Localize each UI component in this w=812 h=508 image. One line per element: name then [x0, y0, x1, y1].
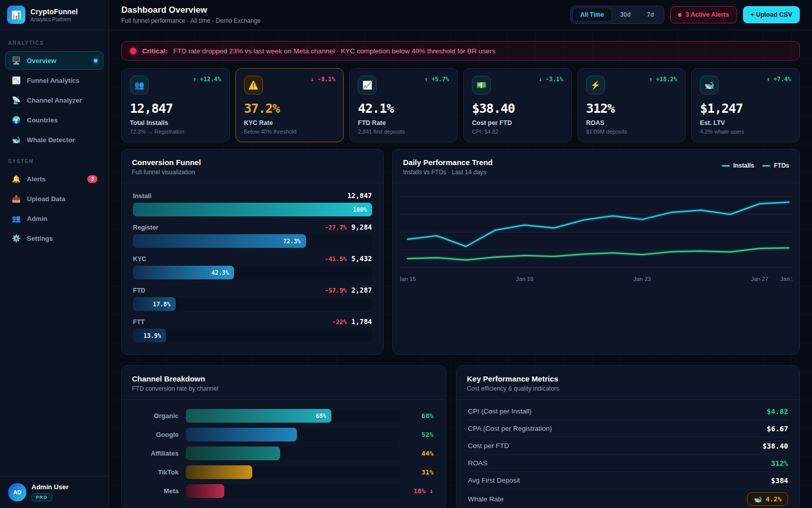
sidebar-item-funnel-analytics[interactable]: 📉Funnel Analytics: [5, 71, 104, 89]
funnel-stage-drop: -22%: [332, 319, 347, 326]
funnel-stage-row: KYC-41.5%5,43242.3%: [133, 255, 372, 279]
whale-rate-pill: 🐋4.2%: [747, 492, 788, 506]
funnel-bar: 17.8%: [133, 297, 176, 311]
warning-icon: ⚠️: [244, 76, 263, 94]
active-alerts-button[interactable]: 3 Active Alerts: [670, 6, 737, 23]
sidebar-item-whale-detector[interactable]: 🐋Whale Detector: [5, 131, 104, 149]
funnel-stage-row: FTD-57.9%2,28717.8%: [133, 286, 372, 311]
plan-badge: PRO: [31, 493, 52, 501]
channel-label: Organic: [134, 412, 179, 420]
alerts-count-badge: 3: [87, 175, 97, 183]
metric-label: Avg First Deposit: [468, 477, 520, 484]
funnel-stage-row: FTT-22%1,78413.9%: [133, 318, 372, 342]
legend-label: FTDs: [774, 162, 789, 169]
sidebar-item-channel-analyzer[interactable]: 📡Channel Analyzer: [5, 91, 104, 109]
channel-bar: [186, 484, 224, 498]
sidebar-item-label: Upload Data: [27, 195, 65, 203]
alert-dot-icon: [678, 13, 682, 17]
channels-chart: Organic68%68%Google52%Affiliates44%TikTo…: [122, 400, 446, 508]
funnel-bar-track: 17.8%: [133, 297, 372, 311]
user-profile[interactable]: AD Admin User PRO: [0, 476, 109, 508]
channel-label: TikTok: [134, 468, 179, 476]
channel-bar: [186, 428, 297, 441]
users-icon: 👥: [130, 76, 149, 94]
metric-value: 4.2%: [766, 495, 782, 503]
sidebar-item-overview[interactable]: 🖥️Overview: [5, 51, 104, 70]
funnel-title: Conversion Funnel: [132, 158, 201, 167]
users-icon: 👥: [11, 214, 21, 223]
funnel-bar-track: 72.3%: [133, 234, 372, 248]
metric-row-avg-first-deposit: Avg First Deposit$384: [468, 472, 788, 489]
kpi-card-cost-per-ftd[interactable]: 💵↓ -3.1%$38.40Cost per FTDCPI: $4.82: [463, 68, 572, 142]
time-filter-30d[interactable]: 30d: [612, 8, 639, 22]
metric-value: $6.67: [767, 425, 788, 433]
funnel-stage-header: FTT-22%1,784: [133, 318, 372, 326]
funnel-stage-row: Register-27.7%9,28472.3%: [133, 223, 372, 248]
channel-row-organic: Organic68%68%: [134, 409, 433, 423]
sidebar-item-label: Channel Analyzer: [27, 97, 82, 104]
sidebar-item-alerts[interactable]: 🔔Alerts3: [5, 170, 104, 188]
funnel-stage-header: Install12,847: [133, 192, 372, 200]
sidebar-item-label: Overview: [27, 57, 56, 65]
kpi-card-roas[interactable]: ⚡↑ +18.2%312%ROAS$1.09M deposits: [578, 68, 686, 142]
kpi-card-ftd-rate[interactable]: 📈↑ +5.7%42.1%FTD Rate2,841 first deposit…: [349, 68, 458, 142]
trend-subtitle: Installs vs FTDs · Last 14 days: [403, 169, 493, 176]
funnel-bar: 72.3%: [133, 234, 306, 248]
kpi-card-top: ⚡↑ +18.2%: [586, 76, 678, 94]
time-filter-7d[interactable]: 7d: [639, 8, 662, 22]
upload-csv-button[interactable]: + Upload CSV: [743, 6, 800, 23]
metric-label: Whale Rate: [468, 495, 504, 503]
whale-icon: 🐋: [700, 76, 719, 94]
funnel-bar: 100%: [133, 203, 372, 216]
banner-label: Critical:: [142, 47, 167, 55]
x-tick-label: Jan 23: [633, 276, 651, 282]
kpi-label: Total Installs: [130, 119, 221, 126]
dashboard-content: Critical: FTD rate dropped 23% vs last w…: [109, 30, 812, 508]
critical-alert-banner[interactable]: Critical: FTD rate dropped 23% vs last w…: [121, 41, 800, 60]
satellite-icon: 📡: [11, 96, 21, 104]
channel-value: 44%: [407, 450, 433, 457]
kpi-card-top: 🐋↑ +7.4%: [700, 76, 791, 94]
metric-label: Cost per FTD: [468, 442, 509, 450]
metric-row-cpi-cost-per-install-: CPI (Cost per Install)$4.82: [468, 403, 788, 420]
sidebar-item-upload-data[interactable]: 📥Upload Data: [5, 189, 104, 208]
funnel-stage-value: 5,432: [351, 255, 372, 263]
sidebar-item-admin[interactable]: 👥Admin: [5, 209, 104, 228]
page-title: Dashboard Overview: [121, 5, 261, 15]
metric-value: $38.40: [762, 442, 788, 450]
funnel-stage-drop: -41.5%: [325, 256, 347, 263]
channel-bar: [186, 447, 280, 460]
kpi-sublabel: 4.2% whale users: [700, 129, 791, 135]
metric-label: ROAS: [468, 459, 487, 467]
lightning-icon: ⚡: [586, 76, 605, 94]
conversion-funnel-panel: Conversion Funnel Full funnel visualizat…: [121, 149, 384, 355]
kpi-card-total-installs[interactable]: 👥↑ +12.4%12,847Total Installs72.3% → Reg…: [121, 68, 230, 142]
channel-label: Meta: [134, 487, 179, 495]
kpi-label: KYC Rate: [244, 119, 335, 126]
sidebar-item-settings[interactable]: ⚙️Settings: [5, 229, 104, 247]
kpi-change: ↑ +5.7%: [425, 76, 449, 83]
trend-title: Daily Performance Trend: [403, 158, 493, 167]
funnel-bar: 13.9%: [133, 329, 166, 342]
kpi-value: $38.40: [472, 101, 563, 116]
active-dot-icon: [94, 59, 97, 62]
daily-trend-panel: Daily Performance Trend Installs vs FTDs…: [392, 149, 800, 355]
metric-value: $384: [771, 477, 788, 485]
kpi-card-kyc-rate[interactable]: ⚠️↓ -8.1%37.2%KYC RateBelow 40% threshol…: [235, 68, 344, 142]
metric-value: 312%: [771, 459, 788, 467]
key-metrics-panel: Key Performance Metrics Cost efficiency …: [456, 365, 800, 508]
sidebar-item-label: Admin: [27, 215, 47, 223]
kpi-card-est-ltv[interactable]: 🐋↑ +7.4%$1,247Est. LTV4.2% whale users: [691, 68, 800, 142]
metric-row-cpa-cost-per-registration-: CPA (Cost per Registration)$6.67: [468, 420, 788, 437]
kpi-label: Est. LTV: [700, 119, 791, 126]
kpi-value: 312%: [586, 101, 678, 116]
sidebar-item-label: Whale Detector: [27, 136, 75, 144]
kpi-card-top: 👥↑ +12.4%: [130, 76, 221, 94]
funnel-bar-track: 42.3%: [133, 266, 372, 279]
money-icon: 💵: [472, 76, 491, 94]
time-filter-all-time[interactable]: All Time: [572, 8, 612, 22]
kpi-sublabel: 2,841 first deposits: [358, 129, 449, 135]
sidebar-item-countries[interactable]: 🌍Countries: [5, 111, 104, 129]
funnel-subtitle: Full funnel visualization: [132, 169, 201, 176]
sidebar-item-label: Settings: [27, 235, 53, 242]
